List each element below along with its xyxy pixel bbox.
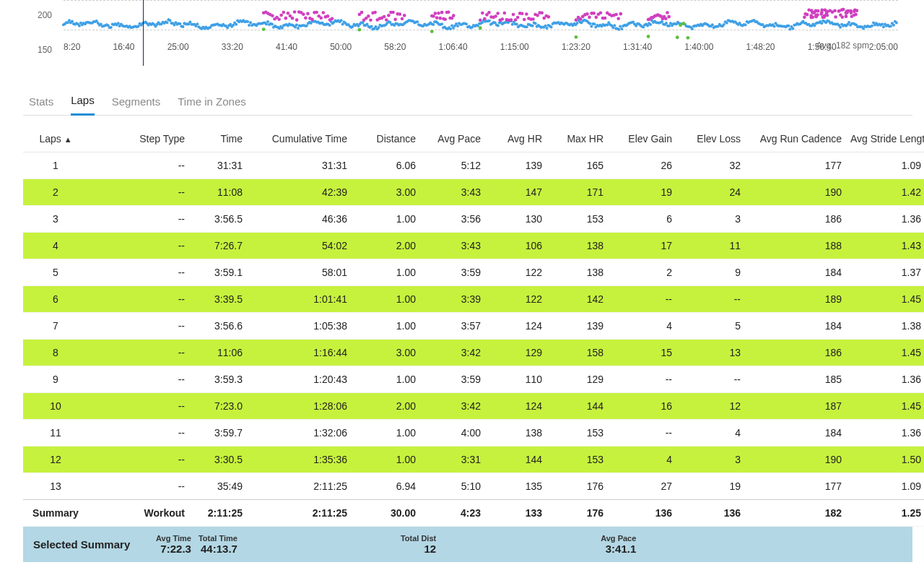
col-avg-run-cadence[interactable]: Avg Run Cadence bbox=[745, 126, 846, 152]
svg-point-570 bbox=[882, 25, 885, 28]
table-row[interactable]: 9--3:59.31:20:431.003:59110129----1851.3… bbox=[23, 366, 924, 393]
table-row[interactable]: 11--3:59.71:32:061.004:00138153--41841.3… bbox=[23, 420, 924, 447]
metric-label: Avg Time bbox=[156, 534, 191, 543]
svg-point-604 bbox=[315, 11, 318, 14]
section-tabs: StatsLapsSegmentsTime in Zones bbox=[23, 88, 912, 116]
svg-point-671 bbox=[531, 17, 535, 21]
table-row[interactable]: 3--3:56.546:361.003:56130153631861.36 bbox=[23, 206, 924, 233]
svg-point-619 bbox=[373, 11, 377, 14]
svg-point-624 bbox=[385, 18, 388, 22]
svg-point-416 bbox=[661, 20, 663, 23]
svg-point-367 bbox=[590, 25, 593, 27]
tab-laps[interactable]: Laps bbox=[71, 88, 95, 116]
xtick: 1:06:40 bbox=[439, 42, 468, 52]
svg-point-687 bbox=[592, 12, 596, 15]
svg-point-675 bbox=[540, 11, 544, 14]
col-avg-pace[interactable]: Avg Pace bbox=[420, 126, 485, 152]
svg-point-163 bbox=[297, 27, 300, 30]
tab-stats[interactable]: Stats bbox=[29, 90, 53, 115]
svg-point-587 bbox=[277, 17, 281, 21]
chart-x-axis: 8:2016:4025:0033:2041:4050:0058:201:06:4… bbox=[64, 42, 898, 52]
table-row[interactable]: 13--35:492:11:256.945:1013517627191771.0… bbox=[23, 473, 924, 500]
svg-point-591 bbox=[287, 12, 290, 15]
svg-point-546 bbox=[847, 21, 850, 24]
svg-point-699 bbox=[619, 12, 622, 16]
svg-point-758 bbox=[845, 10, 848, 14]
xtick: 1:31:40 bbox=[623, 42, 652, 52]
svg-point-751 bbox=[825, 10, 829, 14]
svg-point-766 bbox=[855, 9, 859, 12]
ytick-200: 200 bbox=[38, 10, 52, 20]
table-row[interactable]: 4--7:26.754:022.003:4310613817111881.43 bbox=[23, 233, 924, 259]
svg-point-673 bbox=[536, 14, 539, 17]
svg-point-185 bbox=[328, 24, 331, 27]
svg-point-630 bbox=[398, 12, 402, 16]
table-row[interactable]: 6--3:39.51:01:411.003:39122142----1891.4… bbox=[23, 286, 924, 313]
col-avg-hr[interactable]: Avg HR bbox=[485, 126, 546, 152]
table-row[interactable]: 5--3:59.158:011.003:59122138291841.37 bbox=[23, 259, 924, 286]
svg-point-83 bbox=[181, 25, 184, 28]
col-distance[interactable]: Distance bbox=[352, 126, 420, 152]
xtick: 1:15:00 bbox=[500, 42, 529, 52]
svg-point-326 bbox=[531, 25, 534, 27]
xtick: 1:23:20 bbox=[562, 42, 590, 52]
tab-time-in-zones[interactable]: Time in Zones bbox=[178, 90, 245, 115]
svg-point-296 bbox=[488, 20, 491, 22]
svg-point-663 bbox=[514, 18, 518, 22]
svg-point-387 bbox=[619, 25, 622, 27]
svg-point-643 bbox=[447, 10, 450, 14]
svg-point-634 bbox=[432, 14, 435, 18]
svg-point-322 bbox=[526, 25, 528, 28]
time-marker[interactable]: 10:20 bbox=[143, 0, 144, 66]
cadence-chart: 200 150 10:20 8:2016:4025:0033:2041:4050… bbox=[23, 0, 912, 65]
svg-point-474 bbox=[744, 24, 747, 27]
col-laps[interactable]: Laps▲ bbox=[23, 126, 88, 152]
svg-point-679 bbox=[575, 18, 578, 22]
svg-point-505 bbox=[788, 27, 791, 30]
metric-value: 3:41.1 bbox=[606, 543, 637, 555]
svg-point-594 bbox=[293, 10, 297, 14]
svg-point-625 bbox=[387, 14, 391, 17]
svg-point-595 bbox=[295, 18, 299, 22]
laps-table: Laps▲Step TypeTimeCumulative TimeDistanc… bbox=[23, 126, 924, 527]
svg-point-357 bbox=[575, 22, 578, 25]
col-elev-loss[interactable]: Elev Loss bbox=[676, 126, 745, 152]
tab-segments[interactable]: Segments bbox=[112, 90, 161, 115]
table-row[interactable]: 10--7:23.01:28:062.003:4212414416121871.… bbox=[23, 393, 924, 420]
svg-point-627 bbox=[391, 11, 395, 14]
svg-point-771 bbox=[430, 30, 434, 33]
col-avg-stride-length[interactable]: Avg Stride Length bbox=[846, 126, 924, 152]
col-step-type[interactable]: Step Type bbox=[88, 126, 189, 152]
table-row[interactable]: 12--3:30.51:35:361.003:31144153431901.50 bbox=[23, 447, 924, 473]
xtick: 8:20 bbox=[64, 42, 80, 52]
svg-point-684 bbox=[585, 12, 589, 16]
svg-point-494 bbox=[772, 25, 775, 27]
svg-point-611 bbox=[331, 17, 334, 20]
svg-point-128 bbox=[246, 20, 249, 23]
ytick-150: 150 bbox=[38, 45, 52, 55]
table-row[interactable]: 7--3:56.61:05:381.003:57124139451841.38 bbox=[23, 313, 924, 340]
svg-point-335 bbox=[544, 25, 547, 27]
svg-point-602 bbox=[310, 18, 314, 22]
svg-point-589 bbox=[282, 11, 285, 14]
svg-point-631 bbox=[401, 17, 404, 21]
svg-point-590 bbox=[284, 17, 287, 20]
table-row[interactable]: 8--11:061:16:443.003:4212915815131861.45 bbox=[23, 340, 924, 366]
table-row[interactable]: 1--31:3131:316.065:1213916526321771.09 bbox=[23, 152, 924, 179]
svg-point-315 bbox=[515, 22, 518, 25]
svg-point-756 bbox=[803, 16, 806, 20]
svg-point-755 bbox=[820, 11, 824, 14]
col-time[interactable]: Time bbox=[189, 126, 247, 152]
svg-point-754 bbox=[809, 14, 813, 17]
col-elev-gain[interactable]: Elev Gain bbox=[608, 126, 676, 152]
col-cumulative-time[interactable]: Cumulative Time bbox=[247, 126, 352, 152]
metric-label: Avg Pace bbox=[601, 534, 636, 543]
table-row[interactable]: 2--11:0842:393.003:4314717119241901.42 bbox=[23, 179, 924, 206]
svg-point-246 bbox=[416, 20, 419, 23]
xtick: 1:48:20 bbox=[746, 42, 775, 52]
svg-point-527 bbox=[820, 22, 823, 25]
svg-point-646 bbox=[452, 14, 456, 17]
col-max-hr[interactable]: Max HR bbox=[546, 126, 608, 152]
xtick: 25:00 bbox=[167, 42, 189, 52]
metric-label: Total Dist bbox=[401, 534, 436, 543]
